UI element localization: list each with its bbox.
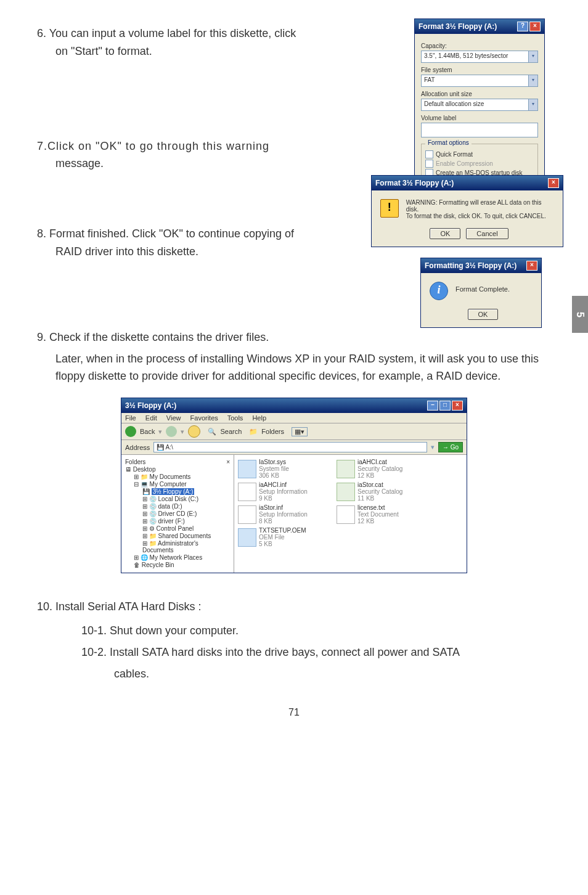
explorer-title: 3½ Floppy (A:) bbox=[125, 401, 176, 410]
volume-input[interactable] bbox=[421, 123, 538, 137]
file-item[interactable]: TXTSETUP.OEMOEM File5 KB bbox=[238, 527, 330, 547]
close-icon[interactable]: × bbox=[548, 178, 559, 188]
folders-pane: Folders× 🖥 Desktop ⊞ 📁 My Documents ⊟ 💻 … bbox=[121, 455, 234, 573]
step6-text: 6. You can input a volume label for this… bbox=[37, 27, 296, 39]
close-icon[interactable]: × bbox=[529, 22, 541, 31]
ok-button[interactable]: OK bbox=[468, 309, 499, 320]
up-icon[interactable] bbox=[188, 425, 200, 438]
file-pane: IaStor.sysSystem file306 KBiaAHCI.catSec… bbox=[234, 455, 467, 573]
complete-dialog: Formatting 3½ Floppy (A:) × Format Compl… bbox=[420, 258, 542, 328]
tree-item[interactable]: ⊞ 💿 Driver CD (E:) bbox=[142, 510, 230, 517]
menu-favorites[interactable]: Favorites bbox=[190, 414, 218, 422]
capacity-label: Capacity: bbox=[421, 43, 538, 49]
file-icon bbox=[337, 483, 355, 501]
tree-item[interactable]: 💾 3½ Floppy (A:) bbox=[142, 488, 230, 495]
close-icon[interactable]: × bbox=[526, 261, 537, 271]
step10-2-cont: cables. bbox=[114, 668, 149, 680]
menu-edit[interactable]: Edit bbox=[145, 414, 157, 422]
file-item[interactable]: iaAHCI.catSecurity Catalog12 KB bbox=[337, 459, 429, 479]
alloc-combo[interactable]: Default allocation size▾ bbox=[421, 99, 538, 111]
close-icon[interactable]: × bbox=[452, 401, 463, 411]
warning-msg2: To format the disk, click OK. To quit, c… bbox=[406, 213, 554, 219]
file-icon bbox=[238, 528, 256, 547]
step6-cont: on "Start" to format. bbox=[37, 45, 152, 57]
tree-item[interactable]: 🖥 Desktop bbox=[125, 466, 230, 473]
tree-item[interactable]: ⊞ 📁 My Documents bbox=[134, 473, 230, 480]
folders-button[interactable]: Folders bbox=[261, 428, 284, 435]
warning-icon bbox=[380, 199, 399, 218]
maximize-button[interactable]: □ bbox=[439, 401, 451, 411]
search-button[interactable]: Search bbox=[220, 428, 242, 435]
volume-label: Volume label bbox=[421, 115, 538, 121]
back-icon[interactable] bbox=[125, 426, 136, 437]
tree-item[interactable]: ⊞ 📁 Shared Documents bbox=[142, 533, 230, 539]
format-title: Format 3½ Floppy (A:) bbox=[419, 22, 497, 31]
explorer-titlebar: 3½ Floppy (A:) – □ × bbox=[121, 398, 467, 413]
complete-title: Formatting 3½ Floppy (A:) bbox=[425, 261, 517, 270]
capacity-value: 3.5", 1.44MB, 512 bytes/sector bbox=[422, 51, 528, 62]
file-item[interactable]: iaStor.infSetup Information8 KB bbox=[238, 504, 330, 525]
tree-item[interactable]: ⊞ 🌐 My Network Places bbox=[134, 554, 230, 561]
tree-item[interactable]: ⊞ ⚙ Control Panel bbox=[142, 525, 230, 532]
address-bar: Address 💾 A:\ ▾ → Go bbox=[121, 440, 467, 455]
step7-cont: message. bbox=[37, 157, 104, 170]
cancel-button[interactable]: Cancel bbox=[466, 228, 508, 239]
filesystem-combo[interactable]: FAT▾ bbox=[421, 75, 538, 87]
menu-help[interactable]: Help bbox=[252, 414, 266, 422]
step10-1-num: 10-1. bbox=[81, 622, 110, 640]
capacity-combo[interactable]: 3.5", 1.44MB, 512 bytes/sector▾ bbox=[421, 51, 538, 63]
go-button[interactable]: → Go bbox=[438, 442, 463, 452]
step-10: 10. Install Serial ATA Hard Disks : 10-1… bbox=[37, 598, 551, 682]
complete-msg: Format Complete. bbox=[455, 282, 510, 293]
warning-titlebar: Format 3½ Floppy (A:) × bbox=[372, 176, 563, 190]
file-icon bbox=[337, 505, 355, 524]
file-item[interactable]: license.txtText Document12 KB bbox=[337, 504, 429, 525]
tree-item[interactable]: ⊞ 💿 Local Disk (C:) bbox=[142, 496, 230, 502]
step-8: 8. Format finished. Click "OK" to contin… bbox=[37, 225, 370, 261]
address-input[interactable]: 💾 A:\ bbox=[153, 442, 427, 452]
tree-item[interactable]: ⊞ 💿 data (D:) bbox=[142, 503, 230, 510]
menu-tools[interactable]: Tools bbox=[227, 414, 243, 422]
file-icon bbox=[337, 460, 355, 478]
ok-button[interactable]: OK bbox=[430, 228, 460, 239]
step8-text: 8. Format finished. Click "OK" to contin… bbox=[37, 227, 294, 240]
forward-icon[interactable] bbox=[166, 426, 177, 437]
alloc-label: Allocation unit size bbox=[421, 91, 538, 97]
quick-format-checkbox[interactable]: Quick Format bbox=[425, 150, 534, 158]
minimize-button[interactable]: – bbox=[427, 401, 438, 411]
file-item[interactable]: iaStor.catSecurity Catalog11 KB bbox=[337, 481, 429, 502]
help-button[interactable]: ? bbox=[517, 22, 528, 31]
menu-file[interactable]: File bbox=[125, 414, 136, 422]
step7-text: 7.Click on "OK" to go through this warni… bbox=[37, 140, 269, 152]
options-legend: Format options bbox=[425, 139, 472, 146]
file-item[interactable]: IaStor.sysSystem file306 KB bbox=[238, 459, 330, 479]
step-7: 7.Click on "OK" to go through this warni… bbox=[37, 137, 370, 173]
step10-1: Shut down your computer. bbox=[110, 624, 239, 637]
menu-view[interactable]: View bbox=[166, 414, 181, 422]
step9-line1: 9. Check if the diskette contains the dr… bbox=[37, 331, 269, 343]
file-icon bbox=[238, 505, 256, 524]
views-button[interactable]: ▦▾ bbox=[292, 427, 308, 436]
alloc-value: Default allocation size bbox=[422, 99, 528, 110]
section-tab: 5 bbox=[572, 296, 588, 333]
format-titlebar: Format 3½ Floppy (A:) ? × bbox=[415, 19, 544, 34]
chevron-down-icon: ▾ bbox=[528, 75, 537, 86]
step-6: 6. You can input a volume label for this… bbox=[37, 25, 370, 60]
tree-item[interactable]: ⊞ 📁 Administrator's Documents bbox=[142, 540, 230, 554]
step10-2: Install SATA hard disks into the drive b… bbox=[110, 646, 460, 658]
file-icon bbox=[238, 483, 256, 501]
tree-item[interactable]: ⊞ 💿 driver (F:) bbox=[142, 518, 230, 525]
menubar: File Edit View Favorites Tools Help bbox=[121, 413, 467, 423]
tree-item[interactable]: 🗑 Recycle Bin bbox=[134, 562, 230, 568]
warning-msg1: WARNING: Formatting will erase ALL data … bbox=[406, 199, 554, 213]
chevron-down-icon: ▾ bbox=[528, 99, 537, 110]
file-item[interactable]: iaAHCI.infSetup Information9 KB bbox=[238, 481, 330, 502]
warning-dialog: Format 3½ Floppy (A:) × WARNING: Formatt… bbox=[371, 175, 563, 247]
tree-item[interactable]: ⊟ 💻 My Computer bbox=[134, 481, 230, 488]
page-number: 71 bbox=[37, 707, 551, 718]
close-pane-icon[interactable]: × bbox=[226, 459, 230, 465]
filesystem-label: File system bbox=[421, 67, 538, 73]
step-9: 9. Check if the diskette contains the dr… bbox=[37, 329, 551, 385]
complete-titlebar: Formatting 3½ Floppy (A:) × bbox=[421, 258, 541, 273]
address-label: Address bbox=[125, 444, 150, 451]
